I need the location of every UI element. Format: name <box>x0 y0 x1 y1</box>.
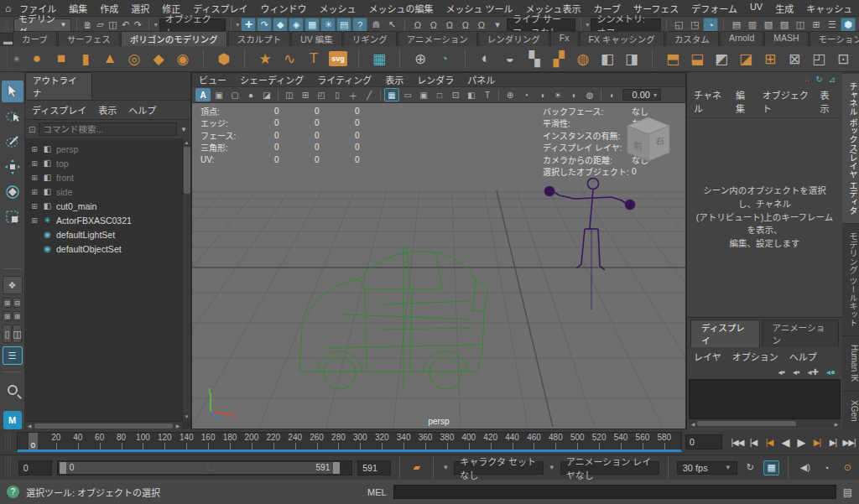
menu-item[interactable]: UV <box>750 2 763 15</box>
playback-speed-icon[interactable]: ◔ <box>819 460 835 475</box>
fps-dropdown[interactable]: 30 fps ▼ <box>677 461 737 475</box>
outliner-item[interactable]: ⊞ ◧ persp <box>30 142 190 156</box>
two-pane-side-layout-button[interactable]: ⊞ <box>3 311 12 321</box>
snap-grid-icon[interactable]: ✚ <box>241 18 256 32</box>
textured-mode-icon[interactable]: ◪ <box>259 88 274 101</box>
separate-icon[interactable]: ◒ <box>499 48 521 70</box>
zoom-tool-icon[interactable] <box>2 379 23 401</box>
new-scene-icon[interactable]: 🗎 <box>82 18 93 32</box>
gate-mask-icon[interactable]: □ <box>432 88 447 101</box>
audio-icon[interactable]: ◀) <box>797 460 813 475</box>
layer-list-scrollbar[interactable]: ◀ ▶ <box>689 419 841 428</box>
menu-item[interactable]: メッシュ ツール <box>445 2 513 15</box>
scroll-right-icon[interactable]: ▶ <box>174 423 182 429</box>
wireframe-mode-icon[interactable]: ▢ <box>227 88 242 101</box>
history-caret-icon[interactable]: ▾ <box>490 18 505 32</box>
highlight-selection-icon[interactable]: ↖ <box>384 18 399 32</box>
grid-toggle-icon[interactable]: ▦ <box>384 88 399 101</box>
expand-icon[interactable]: ⊞ <box>30 202 39 210</box>
outliner-item[interactable]: ◉ defaultObjectSet <box>30 242 190 256</box>
multi-cut-icon[interactable]: ⬓ <box>686 48 708 70</box>
mask-caret-icon[interactable]: ▾ <box>154 21 158 29</box>
mel-command-input[interactable] <box>393 485 836 499</box>
playback-end-field[interactable] <box>357 460 391 475</box>
shelf-tab[interactable]: カーブ <box>13 31 57 46</box>
step-back-key-button[interactable]: |◀ <box>763 434 776 449</box>
snap-point-icon[interactable]: ◆ <box>273 18 288 32</box>
shelf-tab[interactable]: Fx <box>550 31 579 46</box>
channel-box-menu-item[interactable]: チャネル <box>694 88 725 115</box>
poly-sphere-icon[interactable]: ● <box>26 48 48 70</box>
transfer-attr-icon[interactable]: ⊡ <box>832 48 854 70</box>
viewport-menu-item[interactable]: ライティング <box>317 73 372 86</box>
exposure-icon[interactable]: ◐ <box>605 88 620 101</box>
toolbar-separator[interactable] <box>380 89 381 101</box>
selection-mask-field[interactable]: オブジェクト <box>159 18 226 32</box>
move-tool-icon[interactable] <box>2 156 23 178</box>
timeline-track[interactable]: 0204060801001201401601802002202402602803… <box>17 432 682 452</box>
xray-joints-icon[interactable]: ◑ <box>534 88 549 101</box>
poly-cylinder-icon[interactable]: ▮ <box>75 48 96 70</box>
render-view-icon[interactable]: ▤ <box>729 18 744 32</box>
fill-selection-icon[interactable]: ▣ <box>211 88 226 101</box>
help-icon[interactable]: ? <box>7 486 19 498</box>
snap-together-icon[interactable]: ▤ <box>336 18 351 32</box>
character-set-dropdown[interactable]: キャラクタ セットなし <box>454 461 543 475</box>
sculpt-grab-icon[interactable]: ⊠ <box>784 48 805 70</box>
snap-projected-center-icon[interactable]: ◈ <box>289 18 304 32</box>
construction-history-icon[interactable]: Ω <box>410 18 425 32</box>
node-editor-cube-icon[interactable]: ⬢ <box>841 18 856 32</box>
layer-editor-tab[interactable]: ディスプレイ <box>690 320 760 347</box>
anim-layer-dropdown[interactable]: アニメーション レイヤなし <box>560 461 659 475</box>
toolbar-separator[interactable] <box>278 89 279 101</box>
boolean-icon[interactable]: ▞ <box>548 48 570 70</box>
menu-item[interactable]: メッシュ <box>319 2 356 15</box>
shelf-separator[interactable] <box>244 49 245 68</box>
shelf-separator[interactable] <box>399 49 400 68</box>
menu-item[interactable]: キャッシュ <box>806 2 852 15</box>
anim-layer-caret-icon[interactable]: ▼ <box>549 464 555 471</box>
time-editor-icon[interactable]: ◔ <box>703 18 718 32</box>
shelf-tab[interactable]: スカルプト <box>228 31 291 46</box>
toolbar-grip[interactable] <box>5 18 10 31</box>
paint-select-tool-icon[interactable] <box>2 131 23 153</box>
shelf-tab[interactable]: アニメーション <box>398 31 477 46</box>
shadows-icon[interactable]: ◗ <box>566 88 581 101</box>
sidebar-tab[interactable]: XGen <box>842 392 859 431</box>
shelf-tab[interactable]: モーション グラフィックス <box>810 31 859 46</box>
open-scene-icon[interactable]: ▱ <box>95 18 106 32</box>
layer-editor-menu-item[interactable]: レイヤ <box>694 350 721 363</box>
sidebar-tab[interactable]: Human IK <box>842 336 859 391</box>
go-to-start-button[interactable]: |◀◀ <box>731 434 744 449</box>
range-slider-bar-inner[interactable] <box>60 462 341 474</box>
outliner-search-input[interactable] <box>39 122 177 136</box>
make-live-icon[interactable]: ✳ <box>320 18 336 32</box>
ipr-render-icon[interactable]: ▧ <box>761 18 776 32</box>
open-animation-panel-icon[interactable]: ◳ <box>687 18 702 32</box>
reset-transform-icon[interactable]: ◔ <box>434 48 456 70</box>
shelf-separator[interactable] <box>358 49 359 68</box>
go-to-end-button[interactable]: ▶▶| <box>842 434 856 449</box>
outliner-menu-item[interactable]: ヘルプ <box>128 103 156 117</box>
shelf-tab[interactable]: サーフェス <box>58 31 120 46</box>
scrollbar-thumb[interactable] <box>34 423 173 429</box>
scrollbar-thumb[interactable] <box>697 421 796 426</box>
expand-icon[interactable]: ⊞ <box>30 216 39 225</box>
range-start-handle[interactable] <box>60 462 66 474</box>
lighting-icon[interactable]: ☀ <box>550 88 565 101</box>
field-chart-icon[interactable]: ⊡ <box>448 88 463 101</box>
scroll-left-icon[interactable]: ◀ <box>689 421 697 427</box>
outliner-menu-item[interactable]: ディスプレイ <box>32 103 86 117</box>
script-editor-icon[interactable]: ▤ <box>843 486 852 498</box>
scroll-right-icon[interactable]: ▶ <box>832 421 841 427</box>
mirror-icon[interactable]: ◧ <box>596 48 618 70</box>
svg-tool-icon[interactable]: svg <box>327 48 349 70</box>
shelf-collapse-icon[interactable]: ▬ <box>3 36 13 46</box>
ambient-occlusion-icon[interactable]: ◍ <box>582 88 597 101</box>
scroll-up-icon[interactable]: ▲ <box>183 138 190 147</box>
toolbar-separator[interactable] <box>498 89 499 101</box>
history-point-icon[interactable]: Ω <box>442 18 457 32</box>
poly-text-icon[interactable]: T <box>303 48 325 70</box>
helix-icon[interactable]: ∿ <box>279 48 300 70</box>
time-slider-grip[interactable] <box>5 433 12 451</box>
